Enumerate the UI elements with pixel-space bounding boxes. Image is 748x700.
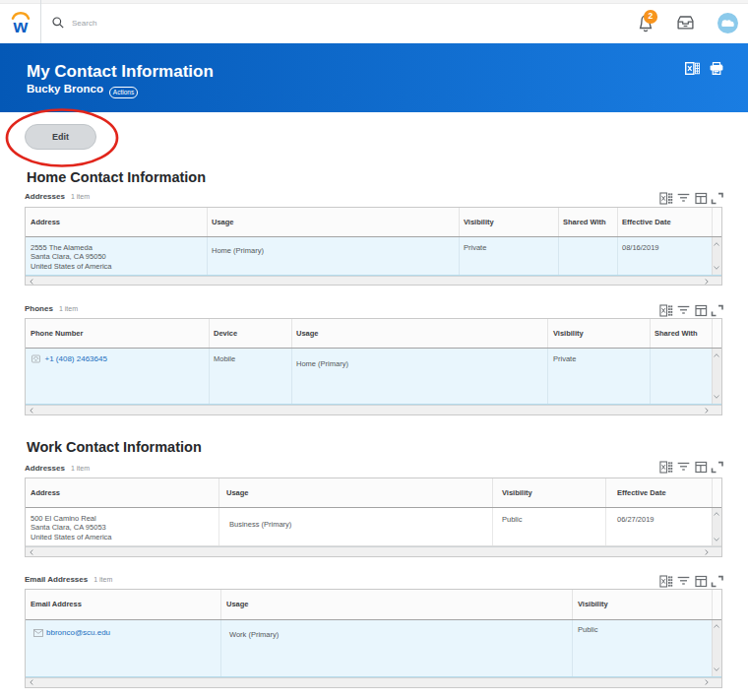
- svg-text:w: w: [13, 16, 29, 33]
